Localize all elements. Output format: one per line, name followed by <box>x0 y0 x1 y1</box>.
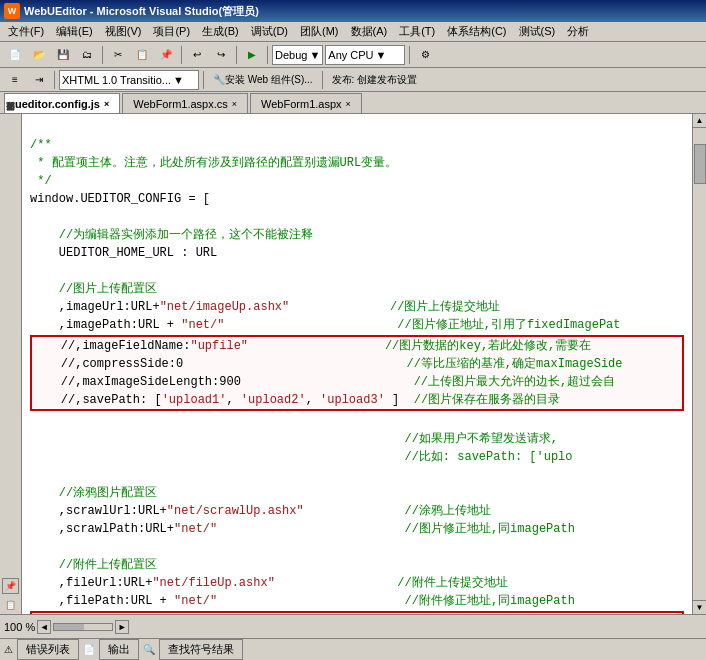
status-bar: 100 % ◄ ► <box>0 614 706 638</box>
settings-btn[interactable]: ⚙ <box>414 44 436 66</box>
menu-team[interactable]: 团队(M) <box>294 22 345 41</box>
zoom-slider[interactable] <box>53 623 113 631</box>
paste-btn[interactable]: 📌 <box>155 44 177 66</box>
publish-btn[interactable]: 发布: 创建发布设置 <box>327 69 423 91</box>
xhtml-label: XHTML 1.0 Transitio... <box>62 74 171 86</box>
debug-label: Debug <box>275 49 307 61</box>
left-sidebar: 服务资源管理器 📌 📋 <box>0 114 22 614</box>
tab-aspx-label: WebForm1.aspx <box>261 98 342 110</box>
scrollbar-thumb[interactable] <box>694 144 706 184</box>
cpu-dropdown[interactable]: Any CPU ▼ <box>325 45 405 65</box>
format-btn[interactable]: ≡ <box>4 69 26 91</box>
menu-bar: 文件(F) 编辑(E) 视图(V) 项目(P) 生成(B) 调试(D) 团队(M… <box>0 22 706 42</box>
tab-config-js-close[interactable]: × <box>104 99 109 109</box>
menu-project[interactable]: 项目(P) <box>147 22 196 41</box>
debug-dropdown[interactable]: Debug ▼ <box>272 45 323 65</box>
sep-2 <box>181 46 182 64</box>
code-editor[interactable]: /** * 配置项主体。注意，此处所有涉及到路径的配置别遗漏URL变量。 */ … <box>22 114 692 614</box>
scroll-down-btn[interactable]: ▼ <box>693 600 706 614</box>
app-icon: W <box>4 3 20 19</box>
sep-6 <box>54 71 55 89</box>
tab-aspx-close[interactable]: × <box>346 99 351 109</box>
sep-7 <box>203 71 204 89</box>
xhtml-arrow: ▼ <box>173 74 184 86</box>
right-scrollbar[interactable]: ▲ ▼ <box>692 114 706 614</box>
window-title: WebUEditor - Microsoft Visual Studio(管理员… <box>24 4 259 19</box>
install-label: 安装 Web 组件(S)... <box>225 73 313 87</box>
zoom-control[interactable]: 100 % ◄ ► <box>4 620 129 634</box>
copy-btn[interactable]: 📋 <box>131 44 153 66</box>
zoom-up-btn[interactable]: ► <box>115 620 129 634</box>
sep-4 <box>267 46 268 64</box>
sep-3 <box>236 46 237 64</box>
error-icon: ⚠ <box>4 644 13 655</box>
tab-aspx-cs-close[interactable]: × <box>232 99 237 109</box>
sep-1 <box>102 46 103 64</box>
zoom-slider-thumb <box>54 624 84 630</box>
undo-btn[interactable]: ↩ <box>186 44 208 66</box>
menu-file[interactable]: 文件(F) <box>2 22 50 41</box>
cut-btn[interactable]: ✂ <box>107 44 129 66</box>
zoom-down-btn[interactable]: ◄ <box>37 620 51 634</box>
save-btn[interactable]: 💾 <box>52 44 74 66</box>
new-btn[interactable]: 📄 <box>4 44 26 66</box>
scrollbar-track[interactable] <box>693 184 706 600</box>
toolbar-2: ≡ ⇥ XHTML 1.0 Transitio... ▼ 🔧 安装 Web 组件… <box>0 68 706 92</box>
title-bar: W WebUEditor - Microsoft Visual Studio(管… <box>0 0 706 22</box>
tab-aspx-cs[interactable]: WebForm1.aspx.cs × <box>122 93 248 113</box>
scroll-up-btn[interactable]: ▲ <box>693 114 706 128</box>
tab-config-js[interactable]: ueditor.config.js × <box>4 93 120 113</box>
sidebar-tool-1[interactable]: 📌 <box>2 578 19 594</box>
tab-aspx[interactable]: WebForm1.aspx × <box>250 93 362 113</box>
install-btn[interactable]: 🔧 安装 Web 组件(S)... <box>208 69 318 91</box>
xhtml-dropdown[interactable]: XHTML 1.0 Transitio... ▼ <box>59 70 199 90</box>
bottom-tab-find[interactable]: 查找符号结果 <box>159 639 243 660</box>
menu-view[interactable]: 视图(V) <box>99 22 148 41</box>
menu-debug[interactable]: 调试(D) <box>245 22 294 41</box>
menu-analyze[interactable]: 分析 <box>561 22 595 41</box>
tab-config-js-label: ueditor.config.js <box>15 98 100 110</box>
main-area: 服务资源管理器 📌 📋 /** * 配置项主体。注意，此处所有涉及到路径的配置别… <box>0 114 706 614</box>
sep-8 <box>322 71 323 89</box>
install-icon: 🔧 <box>213 74 225 85</box>
zoom-value: 100 % <box>4 621 35 633</box>
menu-build[interactable]: 生成(B) <box>196 22 245 41</box>
menu-tools[interactable]: 工具(T) <box>393 22 441 41</box>
sep-5 <box>409 46 410 64</box>
debug-arrow: ▼ <box>309 49 320 61</box>
save-all-btn[interactable]: 🗂 <box>76 44 98 66</box>
sidebar-label[interactable]: 服务资源管理器 <box>2 114 19 122</box>
bottom-tab-errors[interactable]: 错误列表 <box>17 639 79 660</box>
open-btn[interactable]: 📂 <box>28 44 50 66</box>
sidebar-tool-2[interactable]: 📋 <box>3 598 18 612</box>
output-icon: 📄 <box>83 644 95 655</box>
cpu-label: Any CPU <box>328 49 373 61</box>
bottom-panel: ⚠ 错误列表 📄 输出 🔍 查找符号结果 <box>0 638 706 660</box>
menu-data[interactable]: 数据(A) <box>345 22 394 41</box>
indent-btn[interactable]: ⇥ <box>28 69 50 91</box>
tab-bar: ueditor.config.js × WebForm1.aspx.cs × W… <box>0 92 706 114</box>
redo-btn[interactable]: ↪ <box>210 44 232 66</box>
menu-arch[interactable]: 体系结构(C) <box>441 22 512 41</box>
toolbar-1: 📄 📂 💾 🗂 ✂ 📋 📌 ↩ ↪ ▶ Debug ▼ Any CPU ▼ ⚙ <box>0 42 706 68</box>
publish-label: 发布: 创建发布设置 <box>332 73 418 87</box>
cpu-arrow: ▼ <box>376 49 387 61</box>
play-btn[interactable]: ▶ <box>241 44 263 66</box>
tab-aspx-cs-label: WebForm1.aspx.cs <box>133 98 228 110</box>
bottom-tab-output[interactable]: 输出 <box>99 639 139 660</box>
menu-test[interactable]: 测试(S) <box>513 22 562 41</box>
menu-edit[interactable]: 编辑(E) <box>50 22 99 41</box>
find-icon: 🔍 <box>143 644 155 655</box>
code-content[interactable]: /** * 配置项主体。注意，此处所有涉及到路径的配置别遗漏URL变量。 */ … <box>22 114 692 614</box>
